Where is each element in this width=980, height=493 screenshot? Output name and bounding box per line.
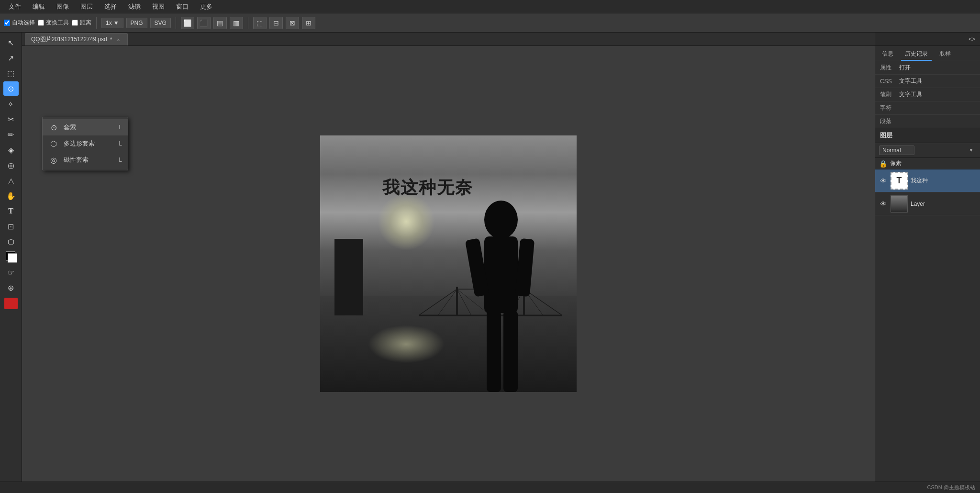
menu-view[interactable]: 视图 [147, 1, 169, 12]
layer-image-visibility[interactable]: 👁 [879, 200, 888, 208]
align-center-btn[interactable]: ⬛ [197, 17, 211, 29]
attr-label: 属性 [880, 64, 895, 72]
layer-text-name: 我这种 [911, 177, 976, 185]
layer-header: 图层 [875, 128, 980, 143]
panel-collapse-btn[interactable]: <> [967, 35, 977, 44]
css-value[interactable]: 文字工具 [899, 77, 922, 85]
format-svg-btn[interactable]: SVG [150, 18, 171, 28]
transform-btn4[interactable]: ⊞ [302, 17, 315, 29]
color-swatch[interactable] [3, 250, 19, 264]
artboard-tool-btn[interactable]: ↗ [3, 51, 19, 65]
layer-mode-wrapper: Normal Dissolve Multiply Screen Overlay [879, 146, 976, 155]
align-bottom-btn[interactable]: ▥ [230, 17, 243, 29]
stamp-tool-btn[interactable]: ◈ [3, 143, 19, 157]
lasso-context-menu: ⊙ 套索 L ⬡ 多边形套索 L ◎ 磁性套索 L [42, 117, 128, 170]
brush-label: 笔刷 [880, 90, 895, 99]
tab-bar: QQ图片20191215122749.psd * × [22, 33, 875, 46]
distance-checkbox[interactable]: 距离 [72, 19, 91, 27]
dodge-tool-btn[interactable]: △ [3, 173, 19, 188]
menu-filter[interactable]: 滤镜 [123, 1, 145, 12]
lock-icon: 🔒 [879, 160, 887, 168]
layer-text-item[interactable]: 👁 T 我这种 [875, 169, 980, 192]
lasso-tool-menu-item[interactable]: ⊙ 套索 L [43, 119, 128, 135]
water-glow [368, 325, 445, 363]
layer-image-thumb-inner [891, 196, 907, 212]
svg-rect-13 [484, 236, 518, 313]
transform-btn3[interactable]: ⊠ [286, 17, 299, 29]
magnetic-lasso-menu-item[interactable]: ◎ 磁性套索 L [43, 152, 128, 168]
tab-sample[interactable]: 取样 [935, 48, 955, 61]
polygon-lasso-shortcut: L [119, 140, 122, 147]
layer-image-item[interactable]: 👁 Layer [875, 192, 980, 215]
para-label: 段落 [880, 117, 895, 125]
svg-point-12 [484, 201, 518, 239]
format-png-btn[interactable]: PNG [126, 18, 147, 28]
status-bar: CSDN @主题模板站 [0, 482, 980, 493]
prop-brush: 笔刷 文字工具 [875, 88, 980, 101]
lasso-label: 套索 [64, 123, 76, 132]
foreground-red-btn[interactable] [4, 298, 18, 309]
prop-para: 段落 [875, 115, 980, 128]
attr-value[interactable]: 打开 [899, 64, 911, 72]
menu-image[interactable]: 图像 [52, 1, 74, 12]
background-color[interactable] [8, 253, 17, 263]
menu-window[interactable]: 窗口 [171, 1, 193, 12]
main-area: ↖ ↗ ⬚ ⊙ ⟡ ✂ ✏ ◈ ◎ △ ✋ T ⊡ ⬡ ☞ ⊕ QQ图片2019… [0, 33, 980, 482]
auto-select-checkbox[interactable]: 自动选择 [4, 19, 35, 27]
canvas-text: 我这种无奈 [382, 176, 473, 200]
canvas-image: 我这种无奈 [320, 135, 577, 392]
transform-tool-checkbox[interactable]: 变换工具 [38, 19, 69, 27]
type-tool-btn[interactable]: T [3, 204, 19, 218]
transform-btn1[interactable]: ⬚ [253, 17, 267, 29]
polygon-lasso-icon: ⬡ [48, 138, 59, 149]
hand-tool-btn[interactable]: ☞ [3, 265, 19, 280]
shape-tool-btn[interactable]: ⬡ [3, 235, 19, 249]
magnetic-lasso-icon: ◎ [48, 155, 59, 165]
layer-text-visibility[interactable]: 👁 [879, 177, 888, 185]
magic-wand-btn[interactable]: ⟡ [3, 97, 19, 111]
brush-tool-btn[interactable]: ✏ [3, 127, 19, 142]
menu-select[interactable]: 选择 [100, 1, 122, 12]
building-silhouette [334, 239, 363, 315]
menu-file[interactable]: 文件 [4, 1, 26, 12]
path-tool-btn[interactable]: ⊡ [3, 219, 19, 234]
char-label: 字符 [880, 104, 895, 112]
align-right-btn[interactable]: ▤ [213, 17, 227, 29]
tab-info[interactable]: 信息 [878, 48, 897, 61]
lasso-icon: ⊙ [48, 122, 59, 133]
lasso-shortcut: L [119, 124, 122, 131]
canvas-wrapper: QQ图片20191215122749.psd * × ⊙ 套索 L ⬡ 多边形套… [22, 33, 875, 482]
brush-value[interactable]: 文字工具 [899, 90, 922, 99]
healing-tool-btn[interactable]: ◎ [3, 158, 19, 172]
tab-filename: QQ图片20191215122749.psd [31, 35, 107, 44]
smudge-tool-btn[interactable]: ✋ [3, 189, 19, 203]
marquee-tool-btn[interactable]: ⬚ [3, 66, 19, 80]
right-panel-top: <> [875, 33, 980, 46]
polygon-lasso-menu-item[interactable]: ⬡ 多边形套索 L [43, 135, 128, 152]
transform-btn2[interactable]: ⊟ [269, 17, 283, 29]
svg-rect-15 [515, 238, 535, 297]
menu-edit[interactable]: 编辑 [28, 1, 50, 12]
right-panel: <> 信息 历史记录 取样 属性 打开 CSS 文字工具 笔刷 文字工具 字符 [875, 33, 980, 482]
prop-attribute: 属性 打开 [875, 61, 980, 75]
tab-history[interactable]: 历史记录 [901, 48, 932, 61]
lasso-tool-btn[interactable]: ⊙ [3, 81, 19, 96]
document-tab[interactable]: QQ图片20191215122749.psd * × [25, 33, 128, 45]
layer-mode-row: Normal Dissolve Multiply Screen Overlay [875, 143, 980, 158]
zoom-tool-btn[interactable]: ⊕ [3, 280, 19, 295]
layer-mode-select[interactable]: Normal Dissolve Multiply Screen Overlay [879, 146, 914, 155]
canvas-area[interactable]: ⊙ 套索 L ⬡ 多边形套索 L ◎ 磁性套索 L [22, 46, 875, 482]
zoom-dropdown[interactable]: 1x ▼ [101, 18, 123, 28]
menu-layer[interactable]: 图层 [76, 1, 98, 12]
lock-row: 🔒 像素 [875, 158, 980, 169]
lock-pixels-label: 像素 [890, 159, 902, 168]
crop-tool-btn[interactable]: ✂ [3, 112, 19, 126]
person-silhouette [448, 201, 554, 392]
status-right: CSDN @主题模板站 [927, 484, 975, 491]
toolbar-divider-3 [248, 17, 248, 29]
tab-close-btn[interactable]: × [115, 36, 122, 43]
menu-more[interactable]: 更多 [195, 1, 217, 12]
menu-bar: 文件 编辑 图像 图层 选择 滤镜 视图 窗口 更多 [0, 0, 980, 13]
align-left-btn[interactable]: ⬜ [181, 17, 194, 29]
move-tool-btn[interactable]: ↖ [3, 35, 19, 50]
